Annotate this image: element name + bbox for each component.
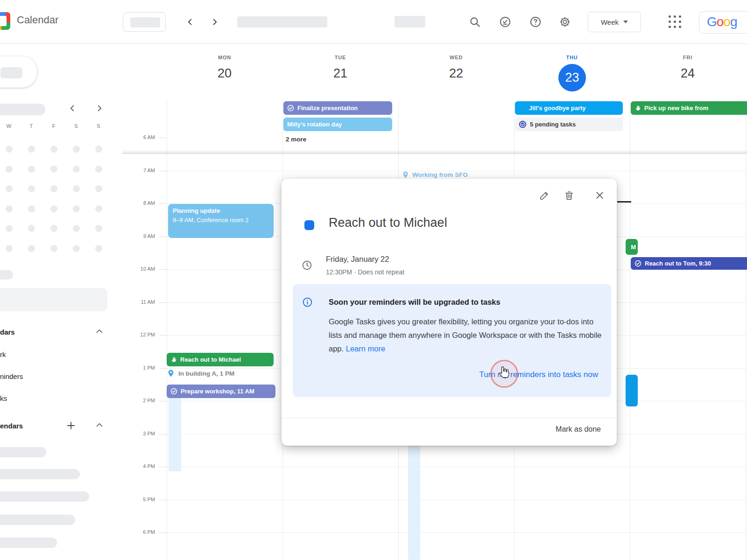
event-partial-green[interactable]: M [626,239,638,255]
minical-weekday-label: S [94,123,103,129]
allday-divider [122,154,747,154]
edit-reminder-button[interactable] [539,190,550,201]
today-button[interactable] [123,12,166,32]
event-pick-up-new-bike[interactable]: Pick up new bike from [631,101,747,115]
event-planning-update[interactable]: Planning update 8–9 AM, Conference room … [168,204,274,238]
popup-date: Friday, January 22 [326,255,389,264]
time-label: 12 PM [122,332,155,337]
minical-date-dot [28,245,35,252]
event-reach-out-to-michael-chip[interactable]: Reach out to Michael [167,353,274,366]
minical-date-dot [28,205,35,212]
time-label: 1 PM [122,365,155,371]
minical-date-dot [95,185,102,192]
sidebar-item-reminders[interactable]: ninders [0,372,23,380]
my-calendars-heading[interactable]: dars [0,328,15,336]
minical-weekday-label: W [4,123,14,129]
minical-date-dot [6,225,13,232]
my-calendars-collapse-button[interactable] [94,326,106,338]
event-strip-wednesday[interactable] [408,446,420,560]
sidebar-item-tasks[interactable]: ks [0,394,7,402]
day-of-week-label: MON [167,55,282,60]
app-title: Calendar [17,14,58,26]
more-events-link[interactable]: 2 more [286,136,306,143]
location-pin-icon [167,369,175,378]
calendar-list-placeholder [0,447,46,457]
day-of-week-label: TUE [282,55,398,60]
hour-gridline [167,467,747,467]
other-calendars-heading[interactable]: endars [0,422,23,430]
time-label: 9 AM [122,233,155,239]
hour-tick [159,335,167,336]
day-header-wed: WED22 [398,0,514,56]
minical-date-dot [73,225,80,232]
reminder-color-chip [304,220,314,230]
time-label: 3 PM [122,431,155,436]
minical-date-dot [50,166,57,173]
date-number[interactable]: 22 [398,66,514,81]
event-reach-out-to-tom[interactable]: Reach out to Tom, 9:30 [631,257,747,270]
minical-date-dot [73,205,80,212]
create-button[interactable] [0,56,37,88]
reminder-hand-icon [634,105,641,112]
minical-next-button[interactable] [94,103,106,115]
event-strip-monday[interactable] [169,398,181,471]
selected-date-circle[interactable]: 23 [558,64,586,91]
minical-date-dot [95,245,102,252]
column-divider [746,100,746,560]
minical-date-dot [6,245,13,252]
event-prepare-workshop[interactable]: Prepare workshop, 11 AM [167,385,275,398]
hour-gridline [167,532,747,533]
minical-date-dot [73,146,80,153]
minical-prev-button[interactable] [67,103,79,115]
location-pin-icon [402,171,409,179]
minical-date-dot [95,205,102,212]
minical-date-dot [6,166,13,173]
minical-date-dot [28,166,35,173]
trash-icon [564,190,575,201]
check-circle-icon [170,388,177,395]
time-label: 7 AM [122,168,155,173]
date-number[interactable]: 24 [630,66,746,81]
chevron-up-icon [94,420,105,430]
reminders-upgrade-notice: Soon your reminders will be upgraded to … [293,284,611,397]
search-people-box[interactable] [0,288,107,311]
hour-tick [159,269,167,270]
google-calendar-app: Calendar Week [0,0,747,560]
minical-date-dot [73,166,80,173]
sidebar-small-placeholder [0,270,13,280]
minical-weekday-label: S [71,123,81,129]
event-finalize-presentation[interactable]: Finalize presentation [283,101,392,115]
add-other-calendar-button[interactable] [65,420,78,432]
delete-reminder-button[interactable] [564,190,575,201]
hour-gridline [167,500,747,500]
close-popup-button[interactable] [594,189,605,201]
minical-date-dot [50,225,57,232]
minical-weekday-label: T [27,123,36,129]
mouse-cursor-hand [497,365,511,381]
event-in-building-a[interactable]: In building A, 1 PM [167,369,234,378]
mark-as-done-button[interactable]: Mark as done [556,425,601,434]
learn-more-link[interactable]: Learn more [346,344,385,353]
date-number[interactable]: 21 [282,66,398,81]
calendar-list-placeholder [0,538,57,548]
hour-tick [159,401,167,401]
date-number[interactable]: 20 [167,66,282,81]
hour-tick [159,434,167,434]
plus-icon [65,420,77,431]
minical-date-dot [28,146,35,153]
chevron-up-icon [94,326,105,336]
time-label: 6 PM [122,529,155,535]
sidebar-item-work[interactable]: rk [0,350,6,358]
event-partial-blue[interactable] [626,375,638,406]
event-milly-rotation-day[interactable]: Milly's rotation day [283,118,392,131]
minical-date-dot [50,245,57,252]
event-jills-goodbye-party[interactable]: Jill's goodbye party [515,101,623,115]
clock-icon [302,260,313,271]
event-working-from-sfo[interactable]: Working from SFO [402,171,468,179]
chevron-left-icon [67,103,78,113]
hour-tick [159,237,167,237]
calendar-logo-icon [0,12,10,30]
event-5-pending-tasks[interactable]: 5 pending tasks [515,118,623,131]
other-calendars-collapse-button[interactable] [94,420,106,432]
reminder-hand-icon [170,357,177,363]
